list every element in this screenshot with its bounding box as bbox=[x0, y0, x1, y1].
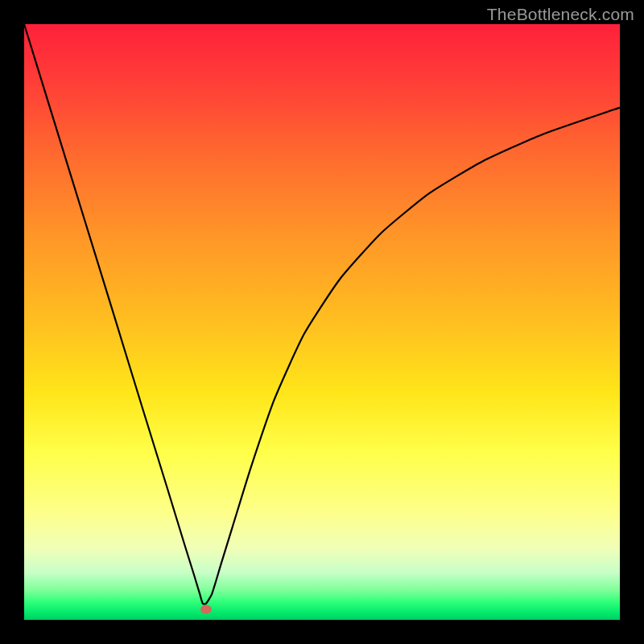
chart-frame: TheBottleneck.com bbox=[0, 0, 644, 644]
optimum-marker bbox=[200, 605, 212, 613]
bottleneck-curve bbox=[24, 24, 620, 620]
watermark-text: TheBottleneck.com bbox=[487, 5, 634, 24]
plot-area bbox=[24, 24, 620, 620]
